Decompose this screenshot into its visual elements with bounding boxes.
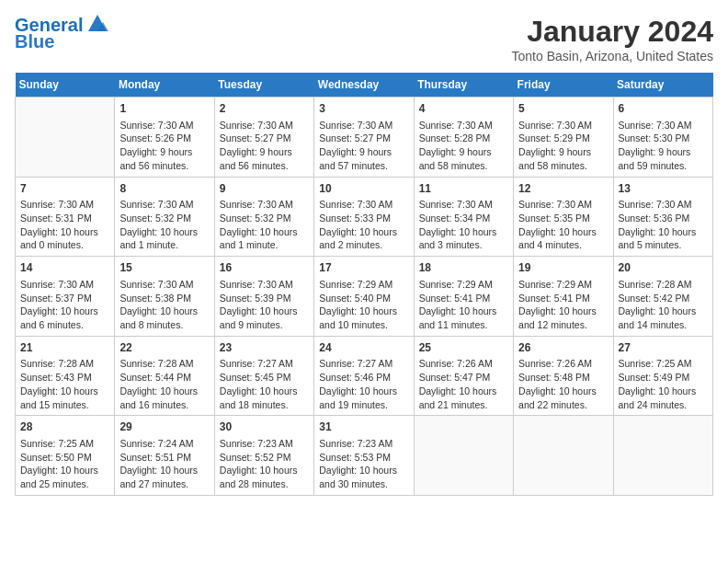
calendar-day-cell: 12Sunrise: 7:30 AMSunset: 5:35 PMDayligh… xyxy=(514,177,613,257)
logo-icon xyxy=(85,13,110,33)
logo-blue-text: Blue xyxy=(15,31,54,52)
day-number: 30 xyxy=(220,419,309,435)
calendar-day-cell: 20Sunrise: 7:28 AMSunset: 5:42 PMDayligh… xyxy=(613,257,712,337)
day-info: Sunrise: 7:28 AMSunset: 5:43 PMDaylight:… xyxy=(20,357,109,411)
calendar-day-cell: 25Sunrise: 7:26 AMSunset: 5:47 PMDayligh… xyxy=(414,336,513,416)
day-info: Sunrise: 7:30 AMSunset: 5:31 PMDaylight:… xyxy=(20,198,109,252)
day-number: 20 xyxy=(619,260,708,276)
day-number: 27 xyxy=(619,340,708,356)
day-number: 22 xyxy=(119,340,209,356)
day-info: Sunrise: 7:30 AMSunset: 5:39 PMDaylight:… xyxy=(220,278,309,332)
day-info: Sunrise: 7:28 AMSunset: 5:42 PMDaylight:… xyxy=(619,278,708,332)
day-number: 6 xyxy=(619,101,708,117)
day-number: 19 xyxy=(518,260,608,276)
calendar-table: SundayMondayTuesdayWednesdayThursdayFrid… xyxy=(15,73,713,496)
day-info: Sunrise: 7:25 AMSunset: 5:50 PMDaylight:… xyxy=(20,437,109,491)
calendar-day-cell: 22Sunrise: 7:28 AMSunset: 5:44 PMDayligh… xyxy=(115,336,214,416)
page-header: General Blue January 2024 Tonto Basin, A… xyxy=(15,15,713,63)
day-number: 18 xyxy=(419,260,508,276)
weekday-header: Sunday xyxy=(16,73,115,98)
day-info: Sunrise: 7:30 AMSunset: 5:36 PMDaylight:… xyxy=(619,198,708,252)
calendar-day-cell: 11Sunrise: 7:30 AMSunset: 5:34 PMDayligh… xyxy=(414,177,513,257)
day-number: 25 xyxy=(419,340,508,356)
day-info: Sunrise: 7:29 AMSunset: 5:41 PMDaylight:… xyxy=(419,278,508,332)
weekday-header: Wednesday xyxy=(314,73,414,98)
calendar-day-cell: 26Sunrise: 7:26 AMSunset: 5:48 PMDayligh… xyxy=(514,336,613,416)
day-number: 21 xyxy=(20,340,109,356)
calendar-day-cell: 29Sunrise: 7:24 AMSunset: 5:51 PMDayligh… xyxy=(115,416,214,496)
day-number: 14 xyxy=(20,260,109,276)
weekday-header: Thursday xyxy=(414,73,513,98)
day-number: 12 xyxy=(518,181,608,197)
day-info: Sunrise: 7:28 AMSunset: 5:44 PMDaylight:… xyxy=(119,357,209,411)
calendar-day-cell: 28Sunrise: 7:25 AMSunset: 5:50 PMDayligh… xyxy=(16,416,115,496)
calendar-day-cell: 31Sunrise: 7:23 AMSunset: 5:53 PMDayligh… xyxy=(314,416,414,496)
logo: General Blue xyxy=(15,15,110,52)
calendar-week-row: 21Sunrise: 7:28 AMSunset: 5:43 PMDayligh… xyxy=(16,336,713,416)
calendar-day-cell xyxy=(16,98,115,178)
day-info: Sunrise: 7:23 AMSunset: 5:53 PMDaylight:… xyxy=(319,437,408,491)
day-number: 23 xyxy=(220,340,309,356)
calendar-day-cell: 10Sunrise: 7:30 AMSunset: 5:33 PMDayligh… xyxy=(314,177,414,257)
weekday-header: Saturday xyxy=(613,73,712,98)
day-info: Sunrise: 7:30 AMSunset: 5:38 PMDaylight:… xyxy=(119,278,209,332)
day-info: Sunrise: 7:29 AMSunset: 5:41 PMDaylight:… xyxy=(518,278,608,332)
title-block: January 2024 Tonto Basin, Arizona, Unite… xyxy=(512,15,713,63)
calendar-day-cell: 4Sunrise: 7:30 AMSunset: 5:28 PMDaylight… xyxy=(414,98,513,178)
day-number: 13 xyxy=(619,181,708,197)
day-number: 16 xyxy=(220,260,309,276)
day-info: Sunrise: 7:27 AMSunset: 5:45 PMDaylight:… xyxy=(220,357,309,411)
day-number: 11 xyxy=(419,181,508,197)
day-info: Sunrise: 7:30 AMSunset: 5:27 PMDaylight:… xyxy=(319,119,408,173)
day-info: Sunrise: 7:27 AMSunset: 5:46 PMDaylight:… xyxy=(319,357,408,411)
calendar-day-cell: 9Sunrise: 7:30 AMSunset: 5:32 PMDaylight… xyxy=(214,177,313,257)
calendar-day-cell: 19Sunrise: 7:29 AMSunset: 5:41 PMDayligh… xyxy=(514,257,613,337)
calendar-day-cell: 2Sunrise: 7:30 AMSunset: 5:27 PMDaylight… xyxy=(214,98,313,178)
day-number: 5 xyxy=(518,101,608,117)
calendar-day-cell: 30Sunrise: 7:23 AMSunset: 5:52 PMDayligh… xyxy=(214,416,313,496)
calendar-day-cell: 16Sunrise: 7:30 AMSunset: 5:39 PMDayligh… xyxy=(214,257,313,337)
day-info: Sunrise: 7:30 AMSunset: 5:32 PMDaylight:… xyxy=(119,198,209,252)
calendar-header: SundayMondayTuesdayWednesdayThursdayFrid… xyxy=(16,73,713,98)
day-number: 31 xyxy=(319,419,408,435)
day-number: 2 xyxy=(220,101,309,117)
calendar-day-cell: 23Sunrise: 7:27 AMSunset: 5:45 PMDayligh… xyxy=(214,336,313,416)
calendar-day-cell xyxy=(514,416,613,496)
weekday-header: Tuesday xyxy=(214,73,313,98)
calendar-day-cell xyxy=(613,416,712,496)
day-info: Sunrise: 7:24 AMSunset: 5:51 PMDaylight:… xyxy=(119,437,209,491)
day-number: 3 xyxy=(319,101,408,117)
day-number: 26 xyxy=(518,340,608,356)
day-number: 15 xyxy=(119,260,209,276)
calendar-day-cell: 18Sunrise: 7:29 AMSunset: 5:41 PMDayligh… xyxy=(414,257,513,337)
day-info: Sunrise: 7:29 AMSunset: 5:40 PMDaylight:… xyxy=(319,278,408,332)
calendar-day-cell: 21Sunrise: 7:28 AMSunset: 5:43 PMDayligh… xyxy=(16,336,115,416)
day-number: 7 xyxy=(20,181,109,197)
day-info: Sunrise: 7:25 AMSunset: 5:49 PMDaylight:… xyxy=(619,357,708,411)
calendar-day-cell: 13Sunrise: 7:30 AMSunset: 5:36 PMDayligh… xyxy=(613,177,712,257)
weekday-header: Friday xyxy=(514,73,613,98)
day-info: Sunrise: 7:30 AMSunset: 5:26 PMDaylight:… xyxy=(119,119,209,173)
day-number: 29 xyxy=(119,419,209,435)
calendar-week-row: 1Sunrise: 7:30 AMSunset: 5:26 PMDaylight… xyxy=(16,98,713,178)
day-number: 1 xyxy=(119,101,209,117)
day-info: Sunrise: 7:30 AMSunset: 5:33 PMDaylight:… xyxy=(319,198,408,252)
calendar-body: 1Sunrise: 7:30 AMSunset: 5:26 PMDaylight… xyxy=(16,98,713,496)
day-info: Sunrise: 7:26 AMSunset: 5:48 PMDaylight:… xyxy=(518,357,608,411)
calendar-day-cell: 3Sunrise: 7:30 AMSunset: 5:27 PMDaylight… xyxy=(314,98,414,178)
calendar-week-row: 28Sunrise: 7:25 AMSunset: 5:50 PMDayligh… xyxy=(16,416,713,496)
day-number: 28 xyxy=(20,419,109,435)
day-info: Sunrise: 7:30 AMSunset: 5:30 PMDaylight:… xyxy=(619,119,708,173)
calendar-week-row: 7Sunrise: 7:30 AMSunset: 5:31 PMDaylight… xyxy=(16,177,713,257)
calendar-day-cell: 8Sunrise: 7:30 AMSunset: 5:32 PMDaylight… xyxy=(115,177,214,257)
day-number: 9 xyxy=(220,181,309,197)
weekday-header: Monday xyxy=(115,73,214,98)
calendar-day-cell: 15Sunrise: 7:30 AMSunset: 5:38 PMDayligh… xyxy=(115,257,214,337)
calendar-week-row: 14Sunrise: 7:30 AMSunset: 5:37 PMDayligh… xyxy=(16,257,713,337)
month-title: January 2024 xyxy=(512,15,713,49)
day-number: 8 xyxy=(119,181,209,197)
calendar-day-cell: 7Sunrise: 7:30 AMSunset: 5:31 PMDaylight… xyxy=(16,177,115,257)
day-number: 10 xyxy=(319,181,408,197)
calendar-day-cell: 5Sunrise: 7:30 AMSunset: 5:29 PMDaylight… xyxy=(514,98,613,178)
day-info: Sunrise: 7:30 AMSunset: 5:29 PMDaylight:… xyxy=(518,119,608,173)
